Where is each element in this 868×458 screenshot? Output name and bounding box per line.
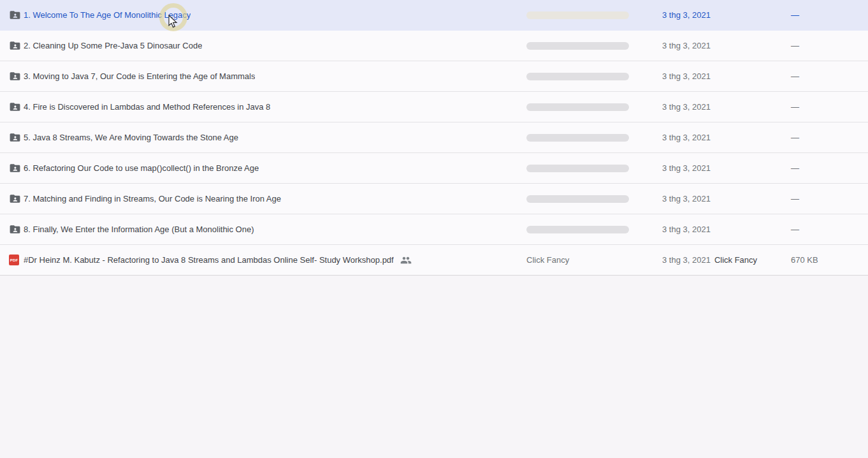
people-icon [400, 255, 412, 266]
file-size: 670 KB [791, 255, 868, 265]
shared-folder-icon [9, 9, 21, 21]
owner-redacted-bar [526, 195, 629, 203]
owner-redacted-bar [526, 165, 629, 172]
modified-date: 3 thg 3, 2021 [662, 255, 711, 265]
shared-folder-icon [9, 131, 21, 144]
file-name[interactable]: #Dr Heinz M. Kabutz - Refactoring to Jav… [24, 255, 394, 265]
owner-redacted-bar [526, 11, 629, 19]
modified-date: 3 thg 3, 2021 [662, 194, 711, 203]
modified-date: 3 thg 3, 2021 [662, 41, 711, 50]
file-row[interactable]: 1. Welcome To The Age Of Monolithic Lega… [0, 0, 868, 31]
file-row[interactable]: 5. Java 8 Streams, We Are Moving Towards… [0, 122, 868, 153]
modified-by: Click Fancy [714, 255, 757, 265]
file-name[interactable]: 8. Finally, We Enter the Information Age… [24, 225, 254, 234]
drive-file-browser: 1. Welcome To The Age Of Monolithic Lega… [0, 0, 868, 458]
file-size: — [791, 163, 868, 173]
file-name[interactable]: 6. Refactoring Our Code to use map()coll… [24, 163, 259, 173]
file-list: 1. Welcome To The Age Of Monolithic Lega… [0, 0, 868, 276]
shared-folder-icon [9, 193, 21, 205]
owner-redacted-bar [526, 42, 629, 50]
file-size: — [791, 133, 868, 142]
file-row[interactable]: 6. Refactoring Our Code to use map()coll… [0, 153, 868, 184]
file-row[interactable]: PDF #Dr Heinz M. Kabutz - Refactoring to… [0, 245, 868, 276]
file-name[interactable]: 5. Java 8 Streams, We Are Moving Towards… [24, 133, 238, 142]
file-size: — [791, 41, 868, 50]
shared-folder-icon [9, 40, 21, 52]
modified-date: 3 thg 3, 2021 [662, 102, 711, 112]
shared-folder-icon [9, 70, 21, 82]
modified-date: 3 thg 3, 2021 [662, 10, 711, 20]
shared-folder-icon [9, 162, 21, 174]
file-row[interactable]: 4. Fire is Discovered in Lambdas and Met… [0, 92, 868, 122]
shared-folder-icon [9, 223, 21, 235]
owner-redacted-bar [526, 226, 629, 233]
owner-redacted-bar [526, 73, 629, 80]
file-size: — [791, 102, 868, 112]
file-name[interactable]: 1. Welcome To The Age Of Monolithic Lega… [24, 10, 191, 20]
file-name[interactable]: 4. Fire is Discovered in Lambdas and Met… [24, 102, 270, 112]
file-name[interactable]: 3. Moving to Java 7, Our Code is Enterin… [24, 71, 255, 81]
owner-name: Click Fancy [526, 255, 569, 265]
owner-redacted-bar [526, 103, 629, 111]
file-size: — [791, 71, 868, 81]
pdf-file-icon: PDF [9, 255, 19, 265]
file-size: — [791, 194, 868, 203]
file-size: — [791, 225, 868, 234]
modified-date: 3 thg 3, 2021 [662, 133, 711, 142]
owner-redacted-bar [526, 134, 629, 142]
file-name[interactable]: 2. Cleaning Up Some Pre-Java 5 Dinosaur … [24, 41, 202, 50]
empty-area [0, 276, 868, 458]
file-row[interactable]: 8. Finally, We Enter the Information Age… [0, 214, 868, 245]
file-row[interactable]: 7. Matching and Finding in Streams, Our … [0, 184, 868, 214]
file-row[interactable]: 2. Cleaning Up Some Pre-Java 5 Dinosaur … [0, 31, 868, 61]
modified-date: 3 thg 3, 2021 [662, 225, 711, 234]
modified-date: 3 thg 3, 2021 [662, 163, 711, 173]
file-size: — [791, 10, 868, 20]
file-row[interactable]: 3. Moving to Java 7, Our Code is Enterin… [0, 61, 868, 92]
file-name[interactable]: 7. Matching and Finding in Streams, Our … [24, 194, 281, 203]
shared-folder-icon [9, 101, 21, 113]
modified-date: 3 thg 3, 2021 [662, 71, 711, 81]
